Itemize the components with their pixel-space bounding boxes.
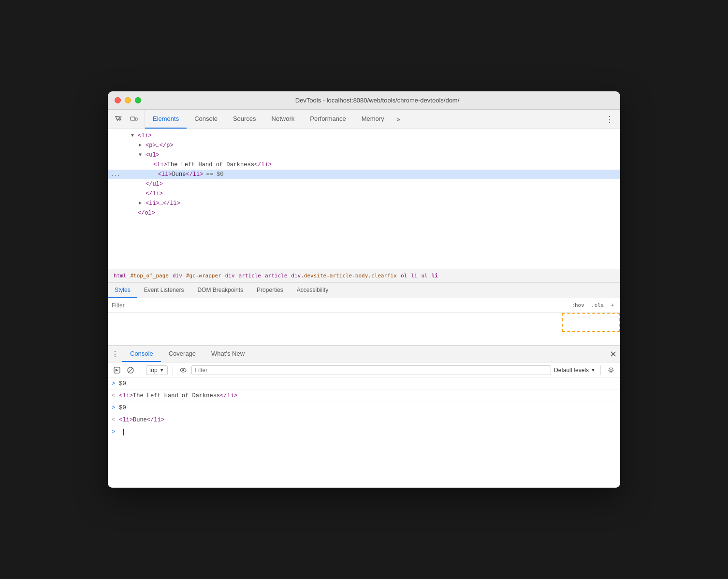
drawer-tabs-bar: ⋮ Console Coverage What's New ✕ — [108, 346, 620, 362]
style-tab-event-listeners[interactable]: Event Listeners — [137, 283, 191, 298]
breadcrumb-gc-wrapper[interactable]: #gc-wrapper — [184, 272, 223, 280]
dom-toggle[interactable]: ▼ — [131, 131, 138, 141]
tab-elements[interactable]: Elements — [145, 110, 187, 129]
console-return-arrow: < — [112, 391, 115, 400]
chevron-down-icon: ▼ — [591, 367, 596, 373]
console-filter-input[interactable] — [191, 365, 551, 375]
devtools-window: DevTools - localhost:8080/web/tools/chro… — [108, 91, 620, 488]
dom-tag: <ul> — [146, 150, 160, 160]
drawer-close-icon[interactable]: ✕ — [606, 346, 620, 362]
tab-memory[interactable]: Memory — [354, 110, 392, 129]
breadcrumb-ul[interactable]: ul — [419, 272, 429, 280]
dom-line: </ul> — [108, 179, 620, 189]
add-style-button[interactable]: + — [608, 301, 616, 309]
breadcrumb-ol[interactable]: ol — [399, 272, 409, 280]
dom-text: Dune — [172, 170, 186, 179]
style-tab-dom-breakpoints[interactable]: DOM Breakpoints — [190, 283, 250, 298]
console-prompt-arrow: > — [112, 428, 115, 436]
tab-more[interactable]: » — [392, 110, 405, 129]
breadcrumb-li2[interactable]: li — [430, 272, 440, 280]
breadcrumb-article1[interactable]: article — [237, 272, 263, 280]
console-output[interactable]: > $0 < <li>The Left Hand of Darkness</li… — [108, 378, 620, 488]
style-tab-styles[interactable]: Styles — [108, 283, 137, 298]
dom-line: ► <li>…</li> — [108, 199, 620, 208]
devtools-menu-icon[interactable]: ⋮ — [604, 114, 615, 125]
dom-ellipsis: ... — [108, 170, 120, 179]
console-levels-dropdown[interactable]: Default levels ▼ — [554, 367, 596, 374]
drawer-menu-icon[interactable]: ⋮ — [108, 346, 122, 362]
breadcrumb-div2[interactable]: div — [223, 272, 237, 280]
drawer-tab-coverage[interactable]: Coverage — [161, 346, 204, 362]
console-cursor — [123, 429, 124, 435]
dom-tree[interactable]: ▼ <li> ► <p>…</p> — [108, 129, 620, 269]
console-context-select[interactable]: top ▼ — [146, 365, 168, 375]
svg-rect-0 — [131, 117, 135, 120]
tab-network[interactable]: Network — [264, 110, 303, 129]
console-row: < <li>Dune</li> — [108, 414, 620, 426]
dom-tag: <li>…</li> — [146, 199, 180, 208]
console-input-arrow: > — [112, 379, 115, 388]
maximize-button[interactable] — [135, 97, 141, 103]
console-text: $0 — [119, 379, 126, 388]
svg-line-5 — [128, 368, 133, 373]
svg-marker-3 — [116, 369, 118, 372]
filter-bar: :hov .cls + — [108, 298, 620, 313]
console-separator2 — [173, 365, 173, 375]
console-input-arrow: > — [112, 404, 115, 412]
dom-toggle[interactable]: ► — [139, 141, 146, 150]
inspect-icon[interactable] — [113, 114, 124, 125]
console-toolbar: top ▼ Default levels ▼ — [108, 362, 620, 378]
dom-toggle[interactable]: ▼ — [139, 150, 146, 160]
console-input-row[interactable]: > — [108, 426, 620, 438]
dom-line-selected[interactable]: ... <li>Dune</li> == $0 — [108, 170, 620, 179]
dom-line: ▼ <ul> — [108, 150, 620, 160]
styles-panel: Styles Event Listeners DOM Breakpoints P… — [108, 282, 620, 345]
style-tab-properties[interactable]: Properties — [250, 283, 290, 298]
main-tabs: Elements Console Sources Network Perform… — [145, 110, 592, 129]
dom-line: ▼ <li> — [108, 131, 620, 141]
styles-filter-input[interactable] — [112, 302, 569, 309]
console-eye-icon[interactable] — [178, 365, 189, 376]
window-title: DevTools - localhost:8080/web/tools/chro… — [141, 97, 613, 104]
cls-button[interactable]: .cls — [589, 301, 607, 309]
close-button[interactable] — [115, 97, 121, 103]
dom-tag: </ol> — [138, 208, 155, 218]
drawer-tab-whats-new[interactable]: What's New — [204, 346, 252, 362]
console-text: <li>The Left Hand of Darkness</li> — [119, 391, 237, 400]
breadcrumb-div1[interactable]: div — [171, 272, 184, 280]
console-execute-icon[interactable] — [112, 365, 122, 376]
breadcrumb-article2[interactable]: article — [263, 272, 289, 280]
console-text: <li>Dune</li> — [119, 416, 164, 424]
style-tabs: Styles Event Listeners DOM Breakpoints P… — [108, 283, 620, 298]
dom-dollar-zero: == $0 — [203, 170, 223, 179]
traffic-lights — [115, 97, 141, 103]
console-row: > $0 — [108, 402, 620, 414]
console-no-icon[interactable] — [125, 365, 136, 376]
svg-point-7 — [182, 369, 184, 371]
svg-rect-1 — [135, 118, 137, 120]
tab-console[interactable]: Console — [187, 110, 225, 129]
breadcrumb-bar: html #top_of_page div #gc-wrapper div ar… — [108, 269, 620, 282]
styles-dashed-border — [562, 313, 620, 332]
dom-tag: <li> — [138, 131, 152, 141]
breadcrumb-li1[interactable]: li — [409, 272, 419, 280]
style-tab-accessibility[interactable]: Accessibility — [290, 283, 335, 298]
dom-line: ► <p>…</p> — [108, 141, 620, 150]
drawer-tab-console[interactable]: Console — [122, 346, 161, 362]
bottom-drawer: ⋮ Console Coverage What's New ✕ — [108, 345, 620, 488]
filter-buttons: :hov .cls + — [569, 301, 616, 309]
tab-performance[interactable]: Performance — [302, 110, 353, 129]
breadcrumb-html[interactable]: html — [112, 272, 129, 280]
device-toggle-icon[interactable] — [128, 114, 140, 125]
minimize-button[interactable] — [125, 97, 131, 103]
console-settings-icon[interactable] — [606, 365, 616, 376]
title-bar: DevTools - localhost:8080/web/tools/chro… — [108, 91, 620, 110]
breadcrumb-div-class[interactable]: div.devsite-article-body.clearfix — [289, 272, 399, 280]
breadcrumb-top-of-page[interactable]: #top_of_page — [129, 272, 171, 280]
tab-sources[interactable]: Sources — [225, 110, 264, 129]
dom-tag: </ul> — [146, 179, 163, 189]
dom-toggle[interactable]: ► — [139, 199, 146, 208]
dom-line: </li> — [108, 189, 620, 199]
svg-point-8 — [610, 369, 612, 371]
hov-button[interactable]: :hov — [569, 301, 587, 309]
